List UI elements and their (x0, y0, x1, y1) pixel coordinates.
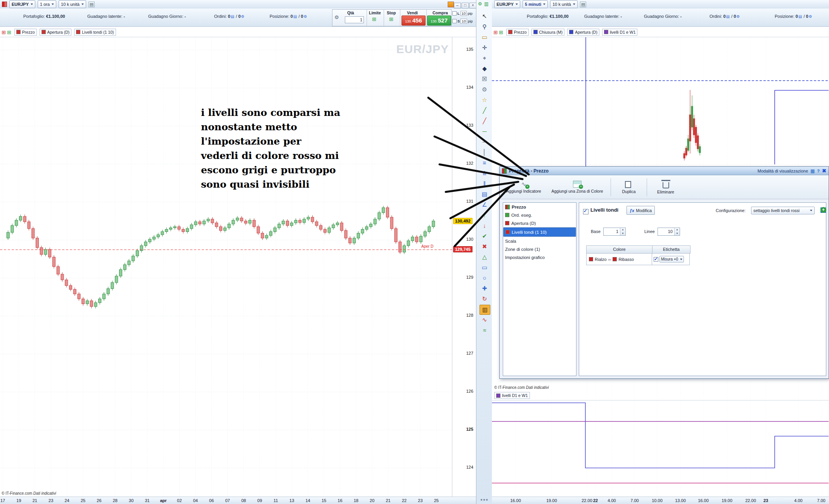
palette-icon[interactable]: ⚙ (478, 1, 482, 7)
zigzag-icon[interactable]: ∿ (479, 315, 490, 324)
modify-button[interactable]: ƒx Modifica (627, 206, 655, 215)
wave-icon[interactable]: ≈ (479, 326, 490, 335)
order-settings-icon[interactable]: ⚙ (334, 14, 339, 20)
left-units-select[interactable]: 10 k unità (59, 0, 86, 8)
parallel-lines-icon[interactable]: ∥ (479, 179, 490, 188)
linee-stepper[interactable]: 10▲▼ (658, 228, 680, 236)
dialog-list-item-prezzo[interactable]: Prezzo (503, 203, 576, 211)
duplicate-button[interactable]: Duplica (615, 176, 643, 198)
arrow-down-icon[interactable]: ↓ (479, 221, 490, 230)
dialog-list-item-impostazioni-grafico[interactable]: Impostazioni grafico (503, 253, 576, 261)
add-config-icon[interactable]: + (820, 207, 826, 213)
segment-icon[interactable]: ─ (479, 127, 490, 136)
dialog-close-icon[interactable]: ✖ (822, 168, 826, 174)
chart-style-icon[interactable]: ▥ (479, 305, 490, 315)
right-account-orders-list-icon[interactable]: ▤ (726, 14, 730, 19)
limit-checkbox[interactable] (452, 11, 457, 16)
right-time-axis[interactable]: 16.0019.0022.00224.007.0010.0013.0016.00… (492, 497, 829, 504)
bottom-panel-legend[interactable]: livelli D1 e W1 (494, 392, 530, 399)
add-color-zone-button[interactable]: + Aggiungi una Zona di Colore (548, 176, 607, 198)
right-symbol-select[interactable]: EURJPY (494, 0, 520, 8)
right-account-orders-gear-icon[interactable]: ⚙ (736, 14, 740, 19)
levels-panel-chart[interactable] (492, 400, 829, 497)
right-legend-prezzo[interactable]: Prezzo (506, 29, 529, 36)
stop-checkbox[interactable] (452, 19, 457, 23)
info-icon[interactable]: ▤ (88, 2, 95, 7)
add-indicator-red-icon[interactable]: ⊞ (2, 29, 6, 35)
delete-drawing-icon[interactable]: ☒ (479, 74, 490, 84)
left-timeframe-select[interactable]: 1 ora (38, 0, 56, 8)
left-legend-livelli-tondi-1-10[interactable]: Livelli tondi (1 10) (74, 29, 116, 36)
move-icon[interactable]: ✛ (479, 43, 490, 52)
right-legend-livelli-d1-e-w1[interactable]: livelli D1 e W1 (602, 29, 638, 36)
stop-pip-input[interactable]: 10 (460, 19, 467, 24)
favorite-icon[interactable]: ☆ (479, 95, 490, 105)
dialog-list-item-apertura-d[interactable]: Apertura (D) (503, 219, 576, 227)
shapes-icon[interactable]: ◆ (479, 64, 490, 73)
ruler-icon[interactable]: ▭ (479, 33, 490, 42)
cancel-icon[interactable]: ✖ (479, 242, 490, 251)
config-select[interactable]: settaggio livelli tondi rossi (751, 207, 815, 214)
qty-input[interactable]: 1 (345, 16, 364, 23)
pitchfork-icon[interactable]: ⋔ (479, 169, 490, 178)
limit-pip-input[interactable]: 10 (460, 11, 467, 16)
arrow-up-icon[interactable]: ↑ (479, 211, 490, 220)
rectangle-icon[interactable]: ▭ (479, 263, 490, 272)
dialog-list-item-zone-di-colore-1[interactable]: Zone di colore (1) (503, 245, 576, 253)
vertical-line-icon[interactable]: │ (479, 148, 490, 157)
limit-order-icon[interactable]: ⊞ (372, 16, 376, 22)
rotation-icon[interactable]: ↻ (479, 294, 490, 304)
right-legend-chiusura-m[interactable]: Chiusura (M) (531, 29, 565, 36)
zoom-icon[interactable]: ⚲ (479, 22, 490, 31)
add-indicator-button[interactable]: ∿+ Aggiungi Indicatore (504, 176, 544, 198)
panel-grip[interactable]: ●●● (480, 497, 488, 502)
dialog-list-item-scala[interactable]: Scala (503, 237, 576, 245)
right-units-select[interactable]: 10 k unità (550, 0, 578, 8)
fibonacci-icon[interactable]: ≡ (479, 158, 490, 167)
link-colors-icon[interactable]: ∞ (608, 257, 611, 262)
buy-button[interactable]: 130.527 (427, 16, 451, 26)
left-price-axis[interactable]: 135134133132131130129128127126125124130,… (452, 37, 476, 497)
minimize-button[interactable]: – (454, 3, 461, 9)
left-time-axis[interactable]: 17192123242526283031apr02040607080911131… (0, 497, 476, 504)
left-legend-apertura-d[interactable]: Apertura (D) (40, 29, 72, 36)
help-icon[interactable]: ? (817, 169, 820, 173)
triangle-icon[interactable]: △ (479, 252, 490, 262)
left-legend-prezzo[interactable]: Prezzo (14, 29, 37, 36)
add-indicator-green-icon[interactable]: ⊞ (7, 29, 11, 35)
left-account-orders-list-icon[interactable]: ▤ (293, 14, 297, 19)
base-stepper[interactable]: 1▲▼ (603, 228, 626, 236)
etichetta-checkbox[interactable] (654, 257, 658, 262)
add-indicator-green-icon[interactable]: ⊞ (499, 29, 503, 35)
close-button[interactable]: × (469, 3, 476, 9)
right-account-orders-gear-icon[interactable]: ⚙ (809, 14, 812, 19)
dialog-list-item-ord-eseg[interactable]: Ord. eseg. (503, 211, 576, 219)
stop-order-icon[interactable]: ⊞ (389, 16, 393, 22)
delete-button[interactable]: Eliminare (651, 176, 680, 198)
left-symbol-select[interactable]: EURJPY (9, 0, 35, 8)
display-mode-icon[interactable]: ▦ (810, 168, 815, 174)
sell-button[interactable]: 130.456 (402, 16, 426, 26)
crosshair-icon[interactable]: ⌖ (479, 54, 490, 63)
livelli-tondi-checkbox[interactable] (583, 209, 588, 214)
trendline-down-icon[interactable]: ╱ (479, 116, 490, 126)
left-account-orders-gear-icon[interactable]: ⚙ (241, 14, 244, 19)
pointer-icon[interactable]: ↖ (479, 12, 490, 21)
right-info-icon[interactable]: ▤ (580, 2, 586, 7)
misura-select[interactable]: Misura +0 (659, 256, 684, 262)
channel-icon[interactable]: ▤ (479, 190, 490, 199)
maximize-button[interactable]: □ (462, 3, 469, 9)
add-indicator-red-icon[interactable]: ⊞ (493, 29, 498, 35)
ribasso-color-swatch[interactable] (613, 257, 617, 261)
settings-icon[interactable]: ⚙ (479, 85, 490, 94)
new-chart-icon[interactable]: ▥ (484, 1, 488, 7)
confirm-icon[interactable]: ✔ (479, 231, 490, 241)
right-legend-apertura-d[interactable]: Apertura (D) (567, 29, 599, 36)
dialog-list-item-livelli-tondi-1-10[interactable]: Livelli tondi (1 10) (503, 227, 576, 237)
trendline-up-icon[interactable]: ╱ (479, 106, 490, 115)
horizontal-line-icon[interactable]: ─ (479, 137, 490, 147)
right-account-orders-list-icon[interactable]: ▤ (798, 14, 802, 19)
left-account-orders-gear-icon[interactable]: ⚙ (304, 14, 307, 19)
ellipse-icon[interactable]: ○ (479, 273, 490, 283)
left-account-orders-list-icon[interactable]: ▤ (231, 14, 234, 19)
